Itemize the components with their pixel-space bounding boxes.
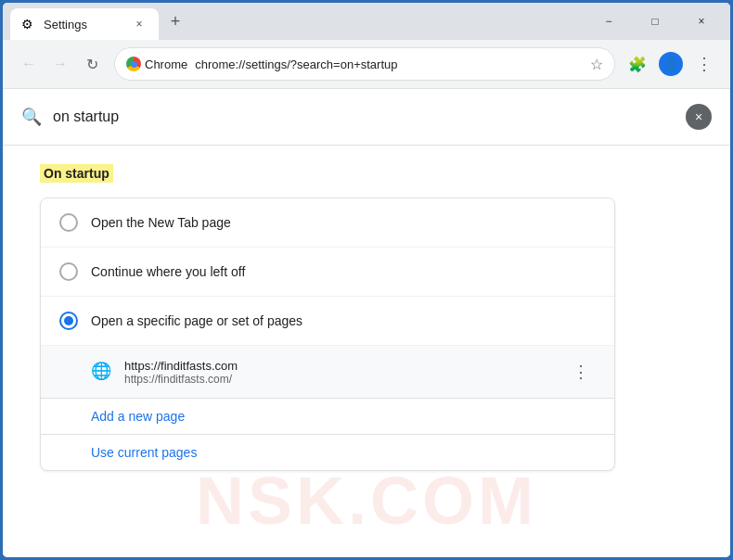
option-continue[interactable]: Continue where you left off — [41, 248, 614, 297]
profile-button[interactable]: 👤 — [656, 49, 686, 79]
chrome-logo-icon — [126, 57, 141, 71]
search-clear-button[interactable]: × — [686, 104, 712, 130]
maximize-button[interactable]: □ — [634, 8, 676, 34]
search-icon: 🔍 — [21, 107, 42, 127]
use-current-pages-row: Use current pages — [41, 435, 614, 470]
radio-specific-page[interactable] — [59, 312, 78, 330]
back-button[interactable]: ← — [14, 49, 44, 79]
close-button[interactable]: × — [680, 8, 723, 34]
window-controls: − □ × — [587, 8, 723, 34]
browser-window: ⚙ Settings × + − □ × ← → ↻ — [0, 0, 733, 560]
url-entry-menu-button[interactable]: ⋮ — [566, 357, 596, 387]
minimize-button[interactable]: − — [587, 8, 630, 34]
back-icon: ← — [21, 56, 36, 72]
radio-new-tab[interactable] — [59, 213, 78, 232]
tab-bar: ⚙ Settings × + — [10, 8, 584, 40]
active-tab[interactable]: ⚙ Settings × — [10, 8, 159, 40]
add-new-page-row: Add a new page — [41, 399, 614, 434]
option-new-tab-label: Open the New Tab page — [91, 215, 231, 230]
add-new-page-button[interactable]: Add a new page — [91, 409, 185, 424]
extensions-icon: 🧩 — [628, 56, 647, 73]
startup-options-card: Open the New Tab page Continue where you… — [40, 197, 615, 471]
profile-avatar: 👤 — [659, 52, 683, 76]
use-current-pages-button[interactable]: Use current pages — [91, 445, 197, 460]
option-specific-page[interactable]: Open a specific page or set of pages — [41, 297, 614, 346]
forward-button[interactable]: → — [45, 49, 75, 79]
url-text-block: https://finditfasts.com https://finditfa… — [124, 359, 555, 386]
reload-icon: ↻ — [86, 56, 98, 73]
browser-toolbar: ← → ↻ Chrome chrome://settings/?search=o… — [3, 40, 730, 89]
chrome-brand-label: Chrome — [145, 57, 187, 71]
page-content: NSK.COM 🔍 × On startup Open the New Tab … — [3, 89, 730, 557]
title-bar: ⚙ Settings × + − □ × — [3, 3, 730, 40]
globe-icon: 🌐 — [91, 361, 113, 383]
url-line1: https://finditfasts.com — [124, 359, 555, 373]
settings-search-input[interactable] — [53, 108, 675, 125]
toolbar-right-icons: 🧩 👤 ⋮ — [623, 49, 719, 79]
option-specific-page-label: Open a specific page or set of pages — [91, 313, 302, 328]
settings-search-bar: 🔍 × — [3, 89, 730, 146]
settings-content: On startup Open the New Tab page Continu… — [3, 146, 730, 490]
menu-button[interactable]: ⋮ — [689, 49, 719, 79]
url-line2: https://finditfasts.com/ — [124, 373, 555, 386]
more-icon: ⋮ — [696, 54, 713, 74]
address-text: chrome://settings/?search=on+startup — [195, 57, 583, 71]
reload-button[interactable]: ↻ — [77, 49, 107, 79]
address-bar[interactable]: Chrome chrome://settings/?search=on+star… — [114, 47, 615, 81]
url-entry-row: 🌐 https://finditfasts.com https://findit… — [41, 346, 614, 399]
bookmark-icon[interactable]: ☆ — [590, 56, 603, 73]
tab-title: Settings — [44, 18, 123, 32]
settings-tab-icon: ⚙ — [21, 17, 36, 32]
chrome-brand: Chrome — [126, 57, 187, 71]
section-title: On startup — [40, 164, 113, 183]
option-new-tab[interactable]: Open the New Tab page — [41, 198, 614, 248]
extensions-button[interactable]: 🧩 — [623, 49, 652, 79]
radio-continue[interactable] — [59, 262, 78, 281]
new-tab-button[interactable]: + — [162, 8, 188, 34]
forward-icon: → — [53, 56, 68, 72]
option-continue-label: Continue where you left off — [91, 264, 245, 279]
nav-buttons: ← → ↻ — [14, 49, 107, 79]
tab-close-button[interactable]: × — [131, 16, 148, 32]
